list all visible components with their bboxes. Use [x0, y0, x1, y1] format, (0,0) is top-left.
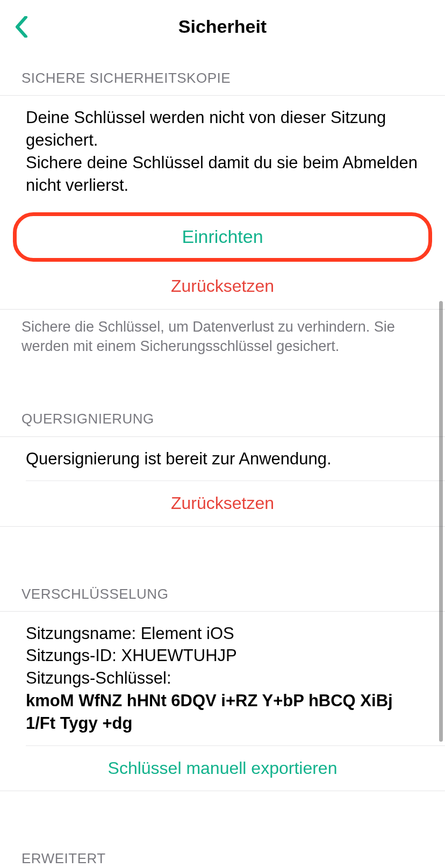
panel-crosssign: Quersignierung ist bereit zur Anwendung.…: [0, 436, 445, 527]
backup-description-line1: Deine Schlüssel werden nicht von dieser …: [26, 108, 386, 149]
session-key-value: kmoM WfNZ hHNt 6DQV i+RZ Y+bP hBCQ XiBj …: [26, 691, 393, 733]
page-title: Sicherheit: [178, 15, 267, 39]
section-header-encryption: VERSCHLÜSSELUNG: [0, 570, 445, 611]
session-key-label: Sitzungs-Schlüssel:: [26, 669, 171, 687]
session-id-value: XHUEWTUHJP: [121, 646, 236, 665]
encryption-details: Sitzungsname: Element iOS Sitzungs-ID: X…: [0, 612, 445, 745]
navbar: Sicherheit: [0, 0, 445, 54]
backup-description: Deine Schlüssel werden nicht von dieser …: [0, 96, 445, 207]
export-keys-button[interactable]: Schlüssel manuell exportieren: [0, 746, 445, 791]
section-header-crosssign: QUERSIGNIERUNG: [0, 394, 445, 436]
crosssign-status: Quersignierung ist bereit zur Anwendung.: [0, 437, 445, 481]
panel-encryption: Sitzungsname: Element iOS Sitzungs-ID: X…: [0, 611, 445, 791]
chevron-left-icon: [15, 16, 28, 38]
section-header-advanced: ERWEITERT: [0, 834, 445, 868]
session-id-label: Sitzungs-ID:: [26, 646, 121, 665]
section-footer-backup: Sichere die Schlüssel, um Datenverlust z…: [0, 310, 445, 371]
reset-crosssign-button[interactable]: Zurücksetzen: [0, 481, 445, 526]
backup-description-line2: Sichere deine Schlüssel damit du sie bei…: [26, 153, 418, 195]
back-button[interactable]: [10, 15, 33, 39]
scroll-indicator[interactable]: [439, 301, 443, 742]
session-name-label: Sitzungsname:: [26, 624, 141, 643]
reset-backup-button[interactable]: Zurücksetzen: [0, 264, 445, 309]
setup-button[interactable]: Einrichten: [13, 212, 432, 262]
session-name-value: Element iOS: [141, 624, 234, 643]
panel-backup: Deine Schlüssel werden nicht von dieser …: [0, 95, 445, 309]
section-header-backup: SICHERE SICHERHEITSKOPIE: [0, 54, 445, 95]
